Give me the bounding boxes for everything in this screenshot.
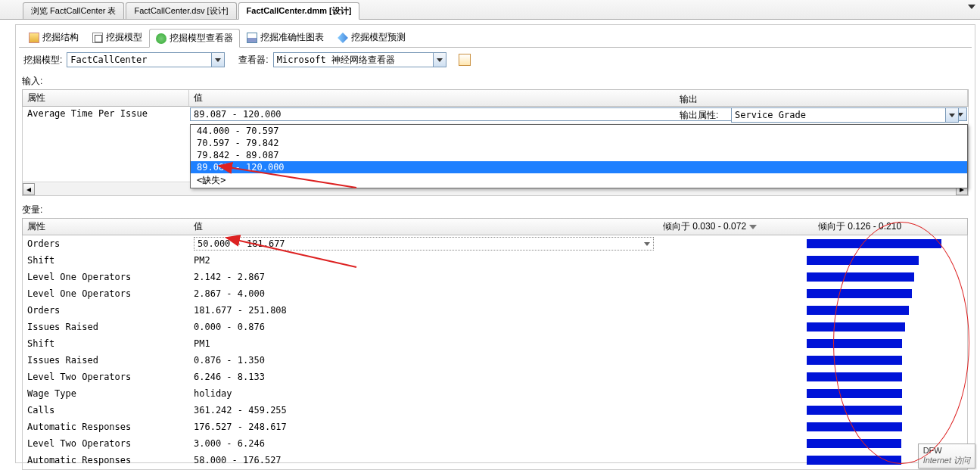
output-attr-input[interactable] — [732, 109, 945, 121]
table-row[interactable]: Calls361.242 - 459.255 — [23, 402, 967, 419]
chevron-down-icon[interactable] — [945, 108, 958, 122]
cell-value: PM1 — [194, 338, 210, 349]
properties-icon[interactable] — [459, 54, 471, 66]
mining-model-combo[interactable] — [67, 52, 225, 67]
bar2-cell — [802, 304, 946, 316]
tab-dmm[interactable]: FactCallCenter.dmm [设计] — [238, 2, 360, 20]
output-attr-label: 输出属性: — [680, 109, 725, 122]
table-row[interactable]: Level Two Operators3.000 - 6.246 — [23, 435, 967, 452]
tab-label: 浏览 FactCallCenter 表 — [31, 6, 116, 15]
dropdown-option-missing[interactable]: <缺失> — [191, 173, 967, 188]
tab-dsv[interactable]: FactCallCenter.dsv [设计] — [126, 2, 236, 19]
table-row[interactable]: Level Two Operators6.246 - 8.133 — [23, 369, 967, 385]
table-row[interactable]: Issues Raised0.876 - 1.350 — [23, 352, 967, 369]
tab-overflow-icon[interactable] — [966, 2, 977, 12]
cell-value: 58.000 - 176.527 — [194, 455, 282, 465]
tab-model-viewer[interactable]: 挖掘模型查看器 — [149, 29, 240, 48]
table-row[interactable]: Orders50.000 - 181.677 — [23, 235, 967, 252]
tab-mining-structure[interactable]: 挖掘结构 — [22, 28, 86, 47]
favor2-bar — [807, 339, 902, 348]
cell-value: 2.867 - 4.000 — [194, 288, 265, 299]
favor2-bar — [807, 272, 914, 282]
network-icon — [156, 33, 166, 44]
col-favor1: 倾向于 0.030 - 0.072 — [658, 219, 814, 235]
table-row[interactable]: Level One Operators2.867 - 4.000 — [23, 285, 967, 302]
cell-value: 3.000 - 6.246 — [194, 438, 265, 449]
content-area: 输入: 属性 值 Average Time Per Issue 89.087 -… — [19, 75, 972, 465]
tab-label: 挖掘模型 — [106, 31, 142, 44]
cell-attr: Shift — [23, 254, 189, 267]
dropdown-option[interactable]: 70.597 - 79.842 — [191, 137, 967, 149]
output-attr-row: 输出属性: — [680, 107, 967, 123]
cube-icon — [29, 33, 39, 43]
cell-attr: Level Two Operators — [23, 437, 189, 450]
scroll-left-icon[interactable]: ◂ — [23, 183, 35, 195]
bar2-cell — [802, 254, 946, 266]
cell-val: 50.000 - 181.677 — [189, 235, 658, 252]
favor2-bar — [807, 406, 902, 415]
cell-val: PM2 — [189, 254, 658, 267]
value-combo[interactable]: 50.000 - 181.677 — [194, 237, 654, 251]
cell-val: 3.000 - 6.246 — [189, 437, 658, 450]
mining-model-input[interactable] — [67, 54, 211, 66]
bar2-cell — [802, 271, 946, 283]
input-attr-cell: Average Time Per Issue — [23, 107, 189, 122]
variables-section-label: 变量: — [22, 204, 969, 216]
main-panel: 挖掘结构 挖掘模型 挖掘模型查看器 挖掘准确性图表 挖掘模型预测 挖掘模型: 查… — [15, 24, 975, 463]
tab-model-prediction[interactable]: 挖掘模型预测 — [331, 28, 412, 47]
table-row[interactable]: Automatic Responses176.527 - 248.617 — [23, 419, 967, 435]
output-section-label: 输出 — [680, 93, 967, 106]
tab-mining-model[interactable]: 挖掘模型 — [86, 28, 149, 47]
tab-accuracy-chart[interactable]: 挖掘准确性图表 — [240, 28, 331, 47]
output-attr-combo[interactable] — [731, 107, 959, 123]
tab-label: 挖掘准确性图表 — [260, 31, 324, 44]
bar2-cell — [802, 321, 946, 333]
table-row[interactable]: Issues Raised0.000 - 0.876 — [23, 319, 967, 335]
bar1-cell — [658, 388, 802, 400]
dropdown-option[interactable]: 79.842 - 89.087 — [191, 149, 967, 161]
cell-attr: Orders — [23, 303, 189, 317]
bar2-cell — [802, 288, 946, 300]
table-row[interactable]: Wage Typeholiday — [23, 385, 967, 402]
table-row[interactable]: Automatic Responses58.000 - 176.527 — [23, 452, 967, 468]
table-row[interactable]: ShiftPM1 — [23, 335, 967, 352]
left-column: 输入: 属性 值 Average Time Per Issue 89.087 -… — [22, 75, 969, 465]
sort-desc-icon[interactable] — [749, 225, 757, 229]
table-row[interactable]: Orders181.677 - 251.808 — [23, 302, 967, 319]
cell-val: 0.000 - 0.876 — [189, 320, 658, 334]
cell-attr: Automatic Responses — [23, 420, 189, 434]
bar2-cell — [802, 371, 946, 383]
tab-browse[interactable]: 浏览 FactCallCenter 表 — [23, 2, 124, 19]
dropdown-option[interactable]: 44.000 - 70.597 — [191, 125, 967, 137]
col-favor1-text: 倾向于 0.030 - 0.072 — [663, 221, 746, 232]
dropdown-option-selected[interactable]: 89.087 - 120.000 — [191, 161, 967, 173]
bar2-cell — [802, 238, 946, 250]
tab-label: 挖掘模型预测 — [351, 31, 406, 44]
cell-value: 361.242 - 459.255 — [194, 405, 287, 416]
cell-val: 181.677 - 251.808 — [189, 303, 658, 317]
input-section-label: 输入: — [22, 75, 969, 88]
bar1-cell — [658, 454, 802, 466]
chevron-down-icon[interactable] — [433, 53, 446, 67]
mining-model-label: 挖掘模型: — [23, 54, 62, 67]
bar1-cell — [658, 271, 802, 283]
favor2-bar — [807, 372, 902, 381]
bar1-cell — [658, 238, 802, 250]
diamond-icon — [338, 33, 348, 43]
col-attr: 属性 — [23, 219, 189, 235]
table-row[interactable]: Level One Operators2.142 - 2.867 — [23, 269, 967, 285]
viewer-input[interactable] — [274, 54, 433, 66]
favor2-bar — [807, 439, 901, 448]
bar2-cell — [802, 354, 946, 366]
table-row[interactable]: ShiftPM2 — [23, 252, 967, 269]
favor2-bar — [807, 289, 912, 298]
value-dropdown: 44.000 - 70.597 70.597 - 79.842 79.842 -… — [190, 124, 968, 188]
bar2-cell — [802, 421, 946, 433]
col-attr: 属性 — [23, 90, 189, 106]
bar1-cell — [658, 254, 802, 266]
favor2-bar — [807, 239, 941, 248]
variables-body: Orders50.000 - 181.677ShiftPM2Level One … — [22, 235, 968, 470]
chevron-down-icon[interactable] — [211, 53, 224, 67]
cell-val: 361.242 - 459.255 — [189, 403, 658, 417]
viewer-combo[interactable] — [273, 52, 446, 67]
